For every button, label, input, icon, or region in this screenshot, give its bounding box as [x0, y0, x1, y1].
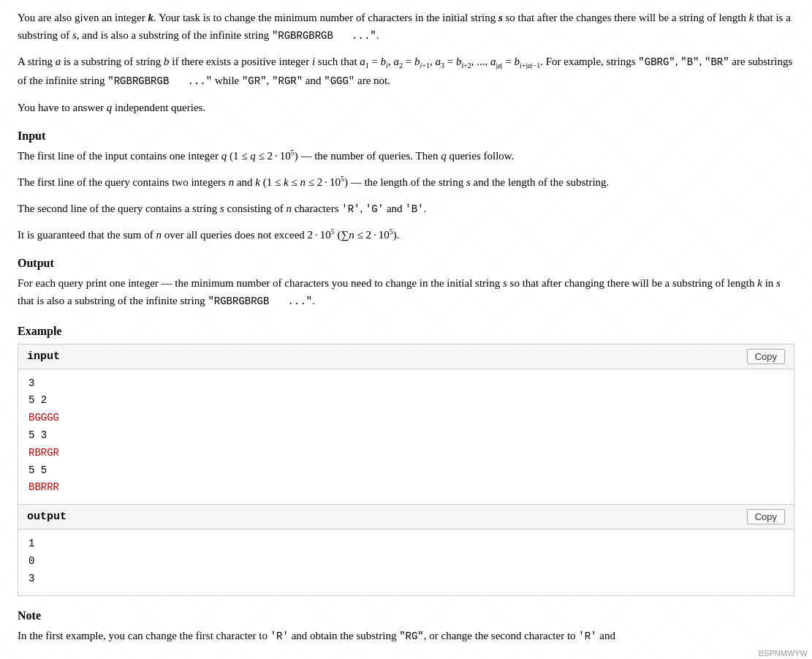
note-heading: Note	[18, 609, 794, 622]
input-line-3: BGGGG	[29, 410, 783, 427]
input-example-box: input Copy 3 5 2 BGGGG 5 3 RBRGR 5 5 BBR…	[18, 344, 794, 505]
bottom-bar: BSPNMWYW	[754, 647, 812, 659]
input-line-4: 5 3	[29, 427, 783, 445]
output-line-2: 0	[29, 553, 783, 570]
output-example-box: output Copy 1 0 3	[18, 505, 794, 595]
input-line-6: 5 5	[29, 462, 783, 480]
note-text: In the first example, you can change the…	[18, 627, 794, 644]
input-text3: The second line of the query contains a …	[18, 200, 794, 217]
input-text1: The first line of the input contains one…	[18, 147, 794, 165]
output-copy-button[interactable]: Copy	[747, 509, 785, 524]
substring-definition: A string a is a substring of string b if…	[18, 53, 794, 89]
input-heading: Input	[18, 129, 794, 143]
output-text: For each query print one integer — the m…	[18, 274, 794, 309]
intro-paragraph: You are also given an integer k. Your ta…	[18, 9, 794, 44]
output-label: output	[27, 511, 67, 523]
output-example-body: 1 0 3	[18, 530, 794, 595]
input-line-2: 5 2	[29, 392, 783, 410]
queries-note: You have to answer q independent queries…	[18, 99, 794, 116]
input-copy-button[interactable]: Copy	[747, 349, 785, 364]
output-line-3: 3	[29, 570, 783, 588]
example-heading: Example	[18, 325, 794, 338]
input-line-1: 3	[29, 375, 783, 393]
input-line-7: BBRRR	[29, 479, 783, 497]
output-line-1: 1	[29, 535, 783, 553]
input-text2: The first line of the query contains two…	[18, 173, 794, 191]
output-heading: Output	[18, 257, 794, 270]
input-label: input	[27, 350, 60, 363]
input-line-5: RBRGR	[29, 445, 783, 462]
input-example-body: 3 5 2 BGGGG 5 3 RBRGR 5 5 BBRRR	[18, 369, 794, 505]
input-guarantee: It is guaranteed that the sum of n over …	[18, 226, 794, 244]
output-example-header: output Copy	[18, 505, 794, 530]
input-example-header: input Copy	[18, 344, 794, 369]
